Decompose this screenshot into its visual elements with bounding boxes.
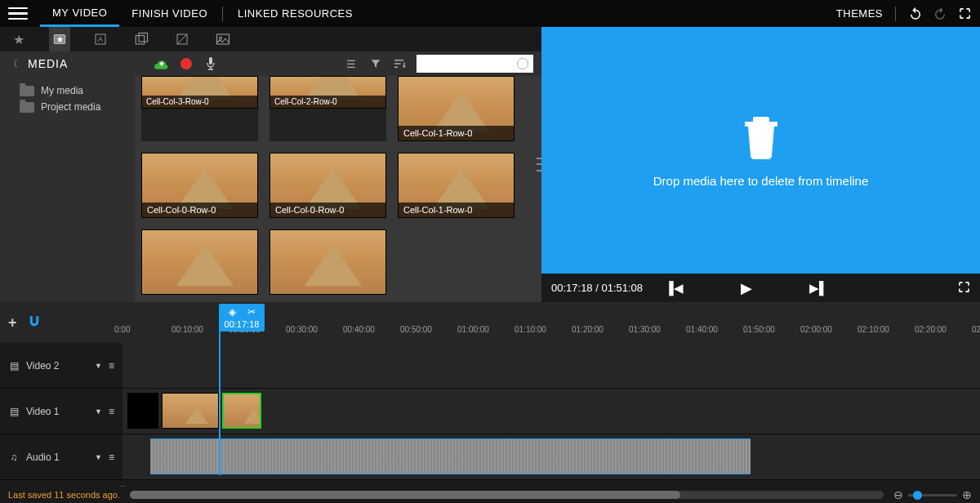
filter-button[interactable]	[368, 56, 384, 72]
back-chevron[interactable]: 〈	[8, 57, 18, 71]
timeline-scrollbar[interactable]	[130, 491, 884, 499]
mic-button[interactable]	[203, 56, 219, 72]
track-label: Video 2	[26, 360, 59, 372]
svg-rect-4	[136, 36, 145, 45]
record-button[interactable]	[178, 56, 194, 72]
clip-selected[interactable]	[222, 393, 261, 429]
save-status: Last saved 11 seconds ago.	[8, 490, 120, 500]
list-view-button[interactable]: ☰	[343, 56, 359, 72]
trash-icon	[742, 114, 781, 159]
ruler-tick: 02:20:00	[915, 325, 947, 334]
sort-button[interactable]	[392, 56, 408, 72]
nav-finish-video[interactable]: FINISH VIDEO	[119, 0, 220, 27]
nav-linked-resources[interactable]: LINKED RESOURCES	[225, 0, 365, 27]
media-item[interactable]	[141, 229, 258, 295]
nav-my-video[interactable]: MY VIDEO	[40, 0, 119, 27]
marker-icon[interactable]: ◈	[229, 306, 236, 318]
next-button[interactable]: ▶▌	[809, 281, 828, 296]
fullscreen-button[interactable]	[957, 7, 972, 21]
divider	[222, 7, 223, 21]
tab-favorites[interactable]: ★	[8, 27, 29, 51]
svg-point-8	[220, 37, 222, 39]
track-menu[interactable]: ▼	[95, 407, 102, 416]
preview-drop-text: Drop media here to delete from timeline	[653, 174, 868, 188]
media-item-label: Cell-Col-0-Row-0	[270, 203, 385, 217]
time-display: 00:17:18 / 01:51:08	[551, 282, 648, 294]
folder-label: Project media	[41, 101, 100, 113]
tab-transitions[interactable]	[172, 27, 193, 51]
fullscreen-preview-button[interactable]	[958, 281, 970, 296]
track-video2-body[interactable]	[122, 343, 980, 388]
media-item-label: Cell-Col-3-Row-0	[142, 96, 257, 108]
video-track-icon: ▤	[8, 360, 20, 372]
audio-clip[interactable]	[150, 438, 751, 474]
media-item[interactable]: Cell-Col-1-Row-0	[398, 76, 514, 141]
track-menu[interactable]: ▼	[95, 453, 102, 461]
ruler-tick: 00:50:00	[400, 325, 432, 334]
undo-button[interactable]	[908, 7, 923, 21]
folder-icon	[20, 86, 34, 96]
ruler-tick: 02:00:00	[800, 325, 832, 334]
upload-button[interactable]	[154, 56, 170, 72]
ruler-tick: 01:40:00	[686, 325, 718, 334]
track-label: Video 1	[26, 406, 59, 417]
tab-media[interactable]: ★	[49, 27, 70, 51]
media-item[interactable]: Cell-Col-0-Row-0	[141, 153, 258, 218]
playhead-time: 00:17:18	[225, 319, 260, 329]
divider	[895, 7, 896, 21]
media-item[interactable]: Cell-Col-1-Row-0	[398, 153, 514, 218]
track-menu[interactable]: ▼	[95, 362, 102, 370]
zoom-out-button[interactable]: ⊖	[893, 488, 903, 501]
media-item-label: Cell-Col-1-Row-0	[399, 126, 514, 140]
media-item-label: Cell-Col-2-Row-0	[270, 96, 385, 108]
ruler-tick: 00:30:00	[286, 325, 318, 334]
search-input[interactable]	[416, 55, 533, 73]
ruler-tick: 01:10:00	[514, 325, 546, 334]
prev-button[interactable]: ▐◀	[665, 281, 684, 296]
snap-button[interactable]	[27, 314, 42, 332]
media-item[interactable]: Cell-Col-2-Row-0	[270, 76, 386, 141]
media-item[interactable]: Cell-Col-3-Row-0	[141, 76, 258, 141]
folder-my-media[interactable]: My media	[0, 82, 135, 99]
tab-images[interactable]	[212, 27, 234, 51]
svg-rect-7	[217, 34, 229, 44]
themes-button[interactable]: THEMES	[836, 7, 883, 20]
track-options[interactable]: ≡	[109, 452, 114, 463]
cut-icon[interactable]: ✂	[247, 306, 256, 318]
ruler-tick: 00:10:00	[172, 325, 203, 334]
folder-label: My media	[41, 85, 83, 96]
track-audio1-body[interactable]	[122, 434, 980, 479]
svg-rect-5	[139, 33, 148, 42]
media-item-label: Cell-Col-0-Row-0	[142, 203, 257, 217]
ruler-tick: 02:3	[972, 325, 980, 334]
play-button[interactable]: ▶	[741, 279, 752, 297]
folder-project-media[interactable]: Project media	[0, 99, 135, 115]
track-video1-body[interactable]	[122, 389, 980, 434]
media-item-label: Cell-Col-1-Row-0	[399, 203, 514, 217]
ruler-tick: 01:30:00	[629, 325, 661, 334]
tab-text[interactable]: A	[90, 27, 111, 51]
clip[interactable]	[162, 393, 219, 429]
track-options[interactable]: ≡	[109, 360, 114, 372]
media-title: MEDIA	[28, 57, 68, 70]
zoom-in-button[interactable]: ⊕	[962, 488, 972, 501]
media-item[interactable]	[270, 229, 386, 295]
svg-text:A: A	[98, 35, 103, 43]
preview-drop-zone[interactable]: Drop media here to delete from timeline	[541, 27, 980, 274]
svg-rect-9	[209, 57, 212, 65]
media-item[interactable]: Cell-Col-0-Row-0	[270, 153, 386, 218]
clip[interactable]	[127, 393, 158, 429]
panel-resize-handle[interactable]	[537, 156, 541, 174]
track-label: Audio 1	[26, 452, 60, 463]
tab-effects[interactable]	[131, 27, 152, 51]
audio-track-icon: ♫	[8, 452, 20, 463]
redo-button[interactable]	[933, 7, 947, 21]
menu-button[interactable]	[8, 6, 28, 22]
ruler-tick: 01:20:00	[572, 325, 604, 334]
ruler-tick: 01:00:00	[457, 325, 489, 334]
zoom-slider[interactable]	[908, 494, 957, 496]
track-options[interactable]: ≡	[109, 406, 114, 417]
add-track-button[interactable]: +	[8, 314, 17, 332]
playhead[interactable]: ◈✂ 00:17:18	[219, 304, 265, 332]
ruler-tick: 01:50:00	[743, 325, 775, 334]
